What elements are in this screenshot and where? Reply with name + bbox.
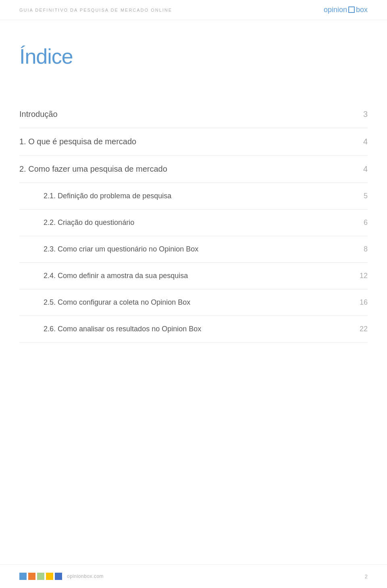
footer-square-5 <box>55 573 62 580</box>
page-footer: opinionbox.com 2 <box>0 564 387 588</box>
page-title: Índice <box>19 44 368 69</box>
toc-entry-page: 8 <box>352 245 368 253</box>
header-subtitle: GUIA DEFINITIVO DA PESQUISA DE MERCADO O… <box>19 8 172 12</box>
footer-square-1 <box>19 573 27 580</box>
footer-square-3 <box>37 573 44 580</box>
toc-entry-page: 16 <box>352 298 368 307</box>
toc-entry-label: Introdução <box>19 110 352 119</box>
toc-entry-page: 12 <box>352 272 368 280</box>
toc-entry-label: 2. Como fazer uma pesquisa de mercado <box>19 164 352 174</box>
logo: opinion box <box>324 6 368 14</box>
page-header: GUIA DEFINITIVO DA PESQUISA DE MERCADO O… <box>0 0 387 20</box>
toc-entry-page: 6 <box>352 218 368 227</box>
toc-entry-label: 2.5. Como configurar a coleta no Opinion… <box>19 298 352 307</box>
toc-entry-label: 2.2. Criação do questionário <box>19 218 352 227</box>
footer-url: opinionbox.com <box>67 573 104 579</box>
toc-entry: 2.5. Como configurar a coleta no Opinion… <box>19 289 368 316</box>
toc-entry: 2.4. Como definir a amostra da sua pesqu… <box>19 263 368 289</box>
toc-entry: Introdução3 <box>19 101 368 128</box>
toc-entry-label: 2.3. Como criar um questionário no Opini… <box>19 245 352 253</box>
toc-entry-page: 5 <box>352 192 368 200</box>
toc-entry-page: 3 <box>352 110 368 119</box>
toc-entry: 2.6. Como analisar os resultados no Opin… <box>19 316 368 343</box>
footer-square-2 <box>28 573 35 580</box>
toc-entry: 1. O que é pesquisa de mercado4 <box>19 128 368 156</box>
logo-text-after: box <box>356 6 368 14</box>
toc-entry: 2. Como fazer uma pesquisa de mercado4 <box>19 156 368 183</box>
main-content: Índice Introdução31. O que é pesquisa de… <box>0 20 387 375</box>
toc-entry-label: 2.1. Definição do problema de pesquisa <box>19 192 352 200</box>
toc-entry: 2.3. Como criar um questionário no Opini… <box>19 236 368 263</box>
footer-square-4 <box>46 573 53 580</box>
toc-entry: 2.2. Criação do questionário6 <box>19 210 368 236</box>
toc-entry-label: 1. O que é pesquisa de mercado <box>19 137 352 146</box>
toc-entry-label: 2.6. Como analisar os resultados no Opin… <box>19 325 352 333</box>
toc-entry-page: 22 <box>352 325 368 333</box>
toc-entry-page: 4 <box>352 137 368 146</box>
table-of-contents: Introdução31. O que é pesquisa de mercad… <box>19 101 368 343</box>
toc-entry-page: 4 <box>352 164 368 174</box>
footer-squares <box>19 573 62 580</box>
toc-entry-label: 2.4. Como definir a amostra da sua pesqu… <box>19 272 352 280</box>
logo-text-before: opinion <box>324 6 347 14</box>
footer-page-number: 2 <box>365 573 368 580</box>
toc-entry: 2.1. Definição do problema de pesquisa5 <box>19 183 368 210</box>
logo-box-icon <box>348 6 355 13</box>
